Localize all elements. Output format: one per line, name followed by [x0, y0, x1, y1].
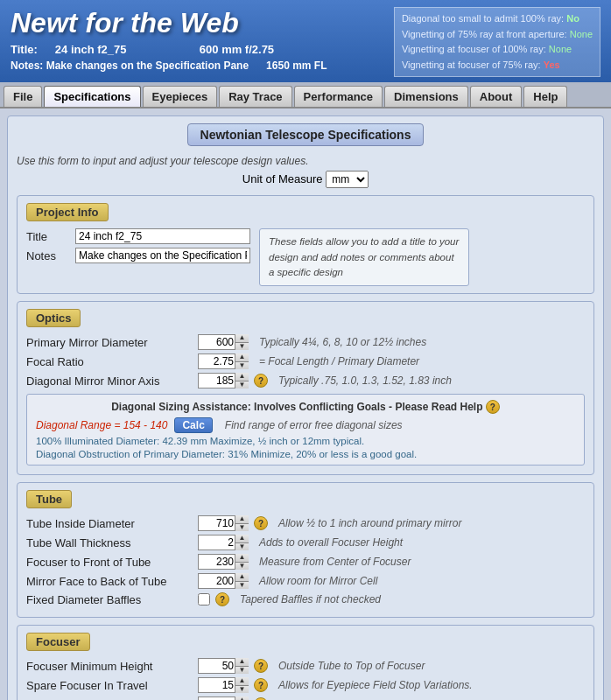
tube-inside-help: Allow ½ to 1 inch around primary mirror	[278, 517, 461, 529]
fl-value: 1650 mm FL	[266, 60, 327, 72]
header: Newt for the Web Title: 24 inch f2_75 60…	[0, 0, 611, 82]
title-row: Title	[26, 228, 250, 244]
focal-ratio-row: Focal Ratio ▲ ▼ = Focal Length / Primary…	[26, 354, 585, 369]
focal-ratio-help: = Focal Length / Primary Diameter	[259, 355, 419, 368]
diagonal-mirror-arrows: ▲ ▼	[235, 373, 249, 388]
focuser-front-spin: ▲ ▼	[198, 554, 249, 570]
focuser-min-arrows: ▲ ▼	[235, 658, 249, 674]
tube-wall-arrows: ▲ ▼	[235, 535, 249, 550]
optics-title: Optics	[26, 309, 81, 327]
notes-label: Notes:	[11, 60, 43, 72]
camera-height-spin: ▲ ▼	[198, 696, 249, 700]
vignetting-info: Diagonal too small to admit 100% ray: No…	[394, 7, 600, 77]
focuser-front-label: Focuser to Front of Tube	[26, 556, 193, 569]
tab-file[interactable]: File	[4, 86, 42, 107]
tube-inside-arrows: ▲ ▼	[235, 515, 249, 531]
diagonal-range-text: Diagonal Range = 154 - 140	[36, 419, 167, 431]
notes-input[interactable]	[75, 248, 250, 263]
focuser-front-arrows: ▲ ▼	[235, 554, 249, 570]
diagonal-mirror-row: Diagonal Mirror Minor Axis ▲ ▼ ? Typical…	[26, 373, 585, 388]
focuser-section-title: Focuser	[26, 633, 90, 651]
project-info-title: Project Info	[26, 203, 109, 221]
tab-about[interactable]: About	[470, 86, 523, 107]
notes-row: Notes	[26, 248, 250, 263]
project-info-help: These fields allow you to add a title to…	[259, 228, 469, 286]
focal-ratio-spin: ▲ ▼	[198, 354, 249, 369]
focuser-front-row: Focuser to Front of Tube ▲ ▼ Measure fro…	[26, 554, 585, 570]
title-field-label: Title	[26, 230, 70, 243]
project-info-section: Project Info Title Notes These fields al…	[17, 195, 594, 294]
nav-tabs: File Specifications Eyepieces Ray Trace …	[0, 82, 611, 108]
tube-wall-help: Adds to overall Focuser Height	[259, 536, 403, 549]
header-left: Newt for the Web Title: 24 inch f2_75 60…	[11, 7, 327, 72]
focuser-min-down[interactable]: ▼	[235, 667, 249, 675]
spare-travel-row: Spare Focuser In Travel ▲ ▼ ? Allows for…	[26, 677, 585, 693]
tab-ray-trace[interactable]: Ray Trace	[219, 86, 291, 107]
fixed-baffles-checkbox[interactable]	[198, 593, 210, 606]
focuser-min-spin: ▲ ▼	[198, 658, 249, 674]
tube-inside-down[interactable]: ▼	[235, 524, 249, 532]
diagonal-mirror-down[interactable]: ▼	[235, 382, 249, 389]
diagonal-box: Diagonal Sizing Assistance: Involves Con…	[26, 394, 585, 466]
focal-info: 600 mm f/2.75	[200, 43, 274, 56]
diag-line1: Diagonal too small to admit 100% ray: No	[402, 11, 593, 27]
tube-wall-spin: ▲ ▼	[198, 535, 249, 550]
primary-mirror-spin: ▲ ▼	[198, 334, 249, 350]
tab-help[interactable]: Help	[523, 86, 567, 107]
primary-mirror-help: Typically 4¼, 6, 8, 10 or 12½ inches	[259, 336, 426, 348]
camera-height-row: Additional Height for Camera ▲ ▼ ? Optio…	[26, 696, 585, 700]
tube-wall-down[interactable]: ▼	[235, 543, 249, 551]
title-input[interactable]	[75, 228, 250, 244]
diagonal-range-row: Diagonal Range = 154 - 140 Calc Find ran…	[36, 417, 575, 433]
primary-mirror-down[interactable]: ▼	[235, 343, 249, 351]
diagonal-box-title: Diagonal Sizing Assistance: Involves Con…	[36, 400, 575, 414]
diagonal-help-icon[interactable]: ?	[254, 374, 268, 388]
spare-travel-help-icon[interactable]: ?	[254, 678, 268, 692]
camera-height-up[interactable]: ▲	[235, 696, 249, 700]
tube-wall-row: Tube Wall Thickness ▲ ▼ Adds to overall …	[26, 535, 585, 550]
camera-height-arrows: ▲ ▼	[235, 696, 249, 700]
tab-dimensions[interactable]: Dimensions	[384, 86, 468, 107]
focuser-min-label: Focuser Minimum Height	[26, 660, 193, 673]
focuser-front-help: Measure from Center of Focuser	[259, 556, 411, 568]
unit-measure-row: Unit of Measure mm inch	[17, 171, 594, 188]
tube-inside-help-icon[interactable]: ?	[254, 516, 268, 530]
focuser-min-help-icon[interactable]: ?	[254, 659, 268, 673]
tab-specifications[interactable]: Specifications	[44, 86, 140, 107]
mirror-back-spin: ▲ ▼	[198, 573, 249, 589]
diagonal-line2: Diagonal Obstruction of Primary Diameter…	[36, 449, 575, 459]
focuser-front-down[interactable]: ▼	[235, 563, 249, 570]
mirror-back-row: Mirror Face to Back of Tube ▲ ▼ Allow ro…	[26, 573, 585, 589]
diagonal-box-help-icon[interactable]: ?	[486, 400, 500, 414]
mirror-back-arrows: ▲ ▼	[235, 573, 249, 589]
spare-travel-down[interactable]: ▼	[235, 686, 249, 694]
spare-travel-spin: ▲ ▼	[198, 677, 249, 693]
diagonal-mirror-label: Diagonal Mirror Minor Axis	[26, 374, 193, 388]
title-label: Title:	[11, 43, 38, 56]
fixed-baffles-row: Fixed Diameter Baffles ? Tapered Baffles…	[26, 592, 585, 606]
spare-travel-label: Spare Focuser In Travel	[26, 679, 193, 692]
primary-mirror-arrows: ▲ ▼	[235, 334, 249, 350]
tab-eyepieces[interactable]: Eyepieces	[143, 86, 218, 107]
spare-travel-help: Allows for Eyepiece Field Stop Variation…	[278, 679, 473, 691]
focal-ratio-arrows: ▲ ▼	[235, 354, 249, 369]
main-section-title: Newtonian Telescope Specifications	[187, 123, 425, 146]
tab-performance[interactable]: Performance	[294, 86, 383, 107]
tube-inside-row: Tube Inside Diameter ▲ ▼ ? Allow ½ to 1 …	[26, 515, 585, 531]
tube-wall-label: Tube Wall Thickness	[26, 536, 193, 550]
notes-field-label: Notes	[26, 249, 70, 262]
diag-line4: Vignetting at focuser of 75% ray: Yes	[402, 58, 593, 74]
calc-button[interactable]: Calc	[174, 417, 212, 433]
primary-mirror-label: Primary Mirror Diameter	[26, 336, 193, 349]
diagonal-mirror-spin: ▲ ▼	[198, 373, 249, 388]
calc-help: Find range of error free diagonal sizes	[225, 419, 403, 431]
header-subtitle: Title: 24 inch f2_75 600 mm f/2.75	[11, 41, 327, 58]
mirror-back-help: Allow room for Mirror Cell	[259, 575, 377, 587]
app-title: Newt for the Web	[11, 7, 327, 39]
focuser-min-row: Focuser Minimum Height ▲ ▼ ? Outside Tub…	[26, 658, 585, 674]
mirror-back-down[interactable]: ▼	[235, 582, 249, 590]
diagonal-mirror-help: Typically .75, 1.0, 1.3, 1.52, 1.83 inch	[278, 374, 452, 387]
fixed-baffles-help-icon[interactable]: ?	[215, 592, 229, 606]
unit-select[interactable]: mm inch	[326, 171, 369, 188]
focal-ratio-down[interactable]: ▼	[235, 362, 249, 370]
